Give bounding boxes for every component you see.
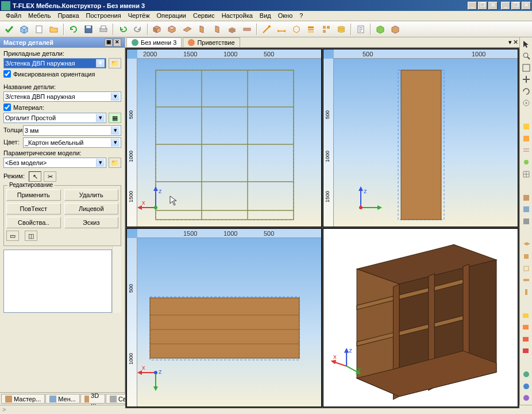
viewport-top[interactable]: 1500 1000 500 500 1000 — [126, 228, 322, 407]
rt-render1-icon[interactable] — [521, 369, 532, 381]
parts-list[interactable] — [3, 250, 112, 313]
material-checkbox[interactable] — [3, 103, 11, 111]
color-combo[interactable]: _Картон мебельный▾ — [23, 137, 121, 148]
rt-tool2-icon[interactable] — [521, 251, 532, 262]
doc-restore-button[interactable]: ❐ — [511, 2, 521, 10]
rt-cube2-icon[interactable] — [521, 133, 532, 144]
tabs-close-icon[interactable]: ✕ — [513, 39, 518, 46]
panel-box1-icon[interactable] — [151, 22, 164, 36]
panel-vert2-icon[interactable] — [210, 22, 224, 36]
rt-m2-icon[interactable] — [521, 322, 532, 334]
menu-service[interactable]: Сервис — [190, 11, 218, 21]
rt-tool3-icon[interactable] — [521, 263, 532, 274]
panel-vert-icon[interactable] — [195, 22, 209, 36]
mode-cut-icon[interactable]: ✂ — [44, 171, 56, 182]
rt-tool5-icon[interactable] — [521, 286, 532, 298]
delete-button[interactable]: Удалить — [64, 189, 119, 201]
properties-button[interactable]: Свойства.. — [6, 217, 61, 228]
rt-tool1-icon[interactable] — [521, 239, 532, 251]
panel-flat-icon[interactable] — [180, 22, 194, 36]
menu-furniture[interactable]: Мебель — [25, 11, 54, 21]
menu-window[interactable]: Окно — [275, 11, 296, 21]
rt-target-icon[interactable] — [521, 98, 532, 109]
tab-master[interactable]: Мастер... — [1, 394, 45, 404]
rt-m4-icon[interactable] — [521, 346, 532, 357]
menu-view[interactable]: Вид — [256, 11, 275, 21]
redo-icon[interactable] — [131, 22, 145, 36]
stack-icon[interactable] — [304, 22, 318, 36]
tab-menu[interactable]: Мен... — [45, 394, 80, 404]
panel-box2-icon[interactable] — [165, 22, 179, 36]
part-name-combo[interactable]: З/стенка ДВП наружная▾ — [3, 91, 121, 102]
menu-operations[interactable]: Операции — [153, 11, 190, 21]
rt-pan-icon[interactable] — [521, 74, 532, 86]
panel-multi-icon[interactable] — [225, 22, 239, 36]
mode-select-icon[interactable]: ↖ — [29, 171, 41, 182]
viewport-3d[interactable]: z x y — [323, 228, 518, 407]
menu-drawing[interactable]: Чертёж — [125, 11, 153, 21]
menu-file[interactable]: Файл — [2, 11, 25, 21]
doc-tab-welcome[interactable]: Приветствие — [183, 37, 240, 47]
viewport-front[interactable]: 2000 1500 1000 500 500 1000 1500 — [126, 49, 322, 227]
rt-zoom-fit-icon[interactable] — [521, 62, 532, 74]
list-scrollbar[interactable] — [112, 246, 121, 313]
dimension-icon[interactable] — [275, 22, 288, 36]
tab-3d[interactable]: 3D ... — [80, 394, 105, 404]
menu-edit[interactable]: Правка — [54, 11, 82, 21]
applied-parts-combo[interactable]: З/стенка ДВП наружная▾ — [3, 58, 106, 68]
coins-icon[interactable] — [334, 22, 348, 36]
cube-icon[interactable] — [290, 22, 303, 36]
render-icon[interactable] — [388, 22, 402, 36]
rt-rotate-icon[interactable] — [521, 86, 532, 97]
doc-tab-1[interactable]: Без имени 3 — [126, 37, 182, 47]
rt-vis3-icon[interactable] — [521, 216, 532, 227]
thickness-combo[interactable]: 3 мм▾ — [23, 125, 121, 136]
rt-layers-icon[interactable] — [521, 145, 532, 156]
rt-vis1-icon[interactable] — [521, 192, 532, 204]
panel-pin-icon[interactable]: ▣ — [105, 39, 113, 47]
menu-constructions[interactable]: Построения — [83, 11, 125, 21]
rt-grid-icon[interactable] — [521, 168, 532, 180]
measure-icon[interactable] — [260, 22, 273, 36]
material-combo[interactable]: Оргалит Простой▾ — [3, 113, 106, 123]
rt-vis2-icon[interactable] — [521, 204, 532, 215]
box-icon[interactable] — [17, 22, 31, 36]
minimize-button[interactable]: _ — [468, 2, 477, 10]
apply-button[interactable]: Применить — [6, 189, 61, 201]
accept-icon[interactable] — [2, 22, 16, 36]
open-icon[interactable] — [47, 22, 61, 36]
report-icon[interactable] — [354, 22, 368, 36]
panel-close-icon[interactable]: ✕ — [113, 39, 121, 47]
menu-settings[interactable]: Настройка — [218, 11, 256, 21]
rt-zoom-in-icon[interactable] — [521, 51, 532, 62]
doc-minimize-button[interactable]: _ — [501, 2, 510, 10]
rt-m1-icon[interactable] — [521, 310, 532, 321]
applied-parts-browse-icon[interactable]: 📁 — [109, 58, 121, 68]
panel-ruler-icon[interactable] — [240, 22, 254, 36]
tabs-dropdown-icon[interactable]: ▾ — [508, 39, 512, 46]
menu-help[interactable]: ? — [296, 11, 306, 21]
undo-icon[interactable] — [67, 22, 80, 36]
close-button[interactable]: ✕ — [488, 2, 498, 10]
rt-m3-icon[interactable] — [521, 334, 532, 345]
face-button[interactable]: Лицевой — [64, 203, 119, 214]
param-models-browse-icon[interactable]: 📁 — [109, 158, 121, 168]
rt-tool4-icon[interactable] — [521, 274, 532, 286]
rt-snap-icon[interactable] — [521, 156, 532, 168]
view3d-icon[interactable] — [373, 22, 387, 36]
fixed-orientation-checkbox[interactable] — [3, 70, 11, 78]
rt-cube1-icon[interactable] — [521, 121, 532, 133]
sketch-button[interactable]: Эскиз — [64, 217, 119, 228]
layout2-icon[interactable]: ◫ — [25, 231, 37, 241]
rt-render2-icon[interactable] — [521, 381, 532, 392]
restore-button[interactable]: ❐ — [478, 2, 487, 10]
material-picker-icon[interactable]: ▦ — [109, 113, 121, 123]
rt-cursor-icon[interactable] — [521, 39, 532, 50]
assembly-icon[interactable] — [319, 22, 333, 36]
rt-render3-icon[interactable] — [521, 393, 532, 404]
rotate-text-button[interactable]: ПовТекст — [6, 203, 61, 214]
print-icon[interactable] — [97, 22, 110, 36]
layout1-icon[interactable]: ▭ — [6, 231, 19, 241]
viewport-side[interactable]: 500 1000 500 1000 1500 z — [323, 49, 518, 227]
new-icon[interactable] — [32, 22, 46, 36]
